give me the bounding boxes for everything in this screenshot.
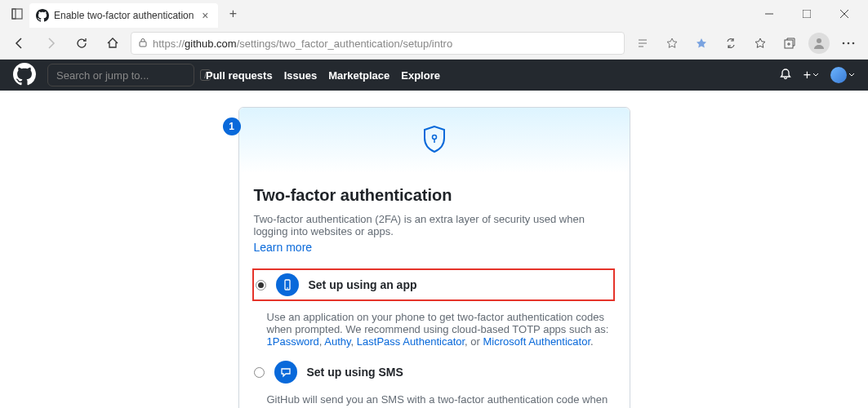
wunderlist-icon[interactable] [688, 30, 714, 56]
github-header: / Pull requests Issues Marketplace Explo… [0, 60, 868, 91]
svg-rect-0 [12, 9, 22, 19]
link-authy[interactable]: Authy [324, 335, 350, 348]
github-nav: Pull requests Issues Marketplace Explore [206, 69, 440, 82]
close-icon[interactable]: × [198, 9, 211, 22]
profile-button[interactable] [806, 30, 832, 56]
setup-card: 1 Two-factor authentication Two-factor a… [238, 107, 630, 408]
tab-title: Enable two-factor authentication [54, 10, 194, 21]
link-ms-auth[interactable]: Microsoft Authenticator [483, 335, 591, 348]
minimize-button[interactable] [750, 0, 788, 28]
refresh-button[interactable] [69, 30, 95, 56]
link-1password[interactable]: 1Password [267, 335, 319, 348]
favorite-icon[interactable] [659, 30, 685, 56]
browser-chrome: Enable two-factor authentication × + htt… [0, 0, 868, 60]
svg-point-9 [843, 42, 845, 45]
url-text: https://github.com/settings/two_factor_a… [153, 38, 452, 50]
radio-app[interactable] [256, 280, 266, 290]
phone-icon [276, 273, 299, 296]
nav-explore[interactable]: Explore [401, 69, 440, 82]
browser-tab[interactable]: Enable two-factor authentication × [29, 3, 218, 28]
option-app[interactable]: Set up using an app [252, 268, 615, 301]
svg-point-11 [852, 42, 855, 45]
address-bar: https://github.com/settings/two_factor_a… [0, 28, 868, 59]
home-button[interactable] [100, 30, 126, 56]
url-field[interactable]: https://github.com/settings/two_factor_a… [131, 32, 625, 55]
profile-dropdown[interactable] [830, 67, 855, 83]
main-content: 1 Two-factor authentication Two-factor a… [0, 91, 868, 408]
avatar-icon [830, 67, 847, 83]
svg-point-8 [817, 38, 821, 43]
svg-point-12 [432, 135, 436, 139]
step-badge: 1 [223, 118, 241, 135]
new-tab-button[interactable]: + [221, 2, 244, 25]
tab-bar: Enable two-factor authentication × + [0, 0, 868, 28]
svg-rect-3 [803, 10, 811, 18]
page-title: Two-factor authentication [254, 186, 615, 205]
create-dropdown[interactable]: + [803, 68, 819, 82]
card-hero [239, 108, 630, 173]
search-input[interactable] [56, 69, 194, 82]
lock-icon [138, 37, 148, 50]
option-sms-label: Set up using SMS [307, 366, 403, 379]
reader-icon[interactable] [630, 30, 656, 56]
svg-rect-1 [12, 9, 16, 19]
link-lastpass[interactable]: LastPass Authenticator [357, 335, 465, 348]
github-logo-icon[interactable] [13, 63, 36, 88]
svg-point-10 [848, 42, 850, 45]
tab-actions-icon[interactable] [5, 2, 29, 26]
collections-icon[interactable] [777, 30, 803, 56]
learn-more-link[interactable]: Learn more [254, 241, 313, 254]
option-app-description: Use an application on your phone to get … [254, 311, 615, 348]
close-window-button[interactable] [826, 0, 863, 28]
option-app-label: Set up using an app [309, 278, 417, 291]
nav-marketplace[interactable]: Marketplace [328, 69, 389, 82]
option-sms-description: GitHub will send you an SMS with a two-f… [254, 393, 615, 408]
window-controls [750, 0, 863, 28]
more-icon[interactable] [835, 30, 861, 56]
nav-pull-requests[interactable]: Pull requests [206, 69, 273, 82]
github-favicon-icon [36, 9, 49, 22]
forward-button[interactable] [38, 30, 64, 56]
sync-icon[interactable] [718, 30, 744, 56]
maximize-button[interactable] [788, 0, 826, 28]
shield-icon [421, 125, 447, 157]
radio-sms[interactable] [254, 367, 265, 378]
nav-issues[interactable]: Issues [284, 69, 317, 82]
option-sms[interactable]: Set up using SMS [254, 361, 615, 384]
chat-icon [274, 361, 297, 384]
notifications-icon[interactable] [779, 68, 792, 83]
svg-rect-6 [140, 42, 146, 47]
github-search[interactable]: / [47, 64, 194, 86]
favorites-bar-icon[interactable] [747, 30, 773, 56]
page-description: Two-factor authentication (2FA) is an ex… [254, 213, 615, 237]
back-button[interactable] [7, 30, 33, 56]
